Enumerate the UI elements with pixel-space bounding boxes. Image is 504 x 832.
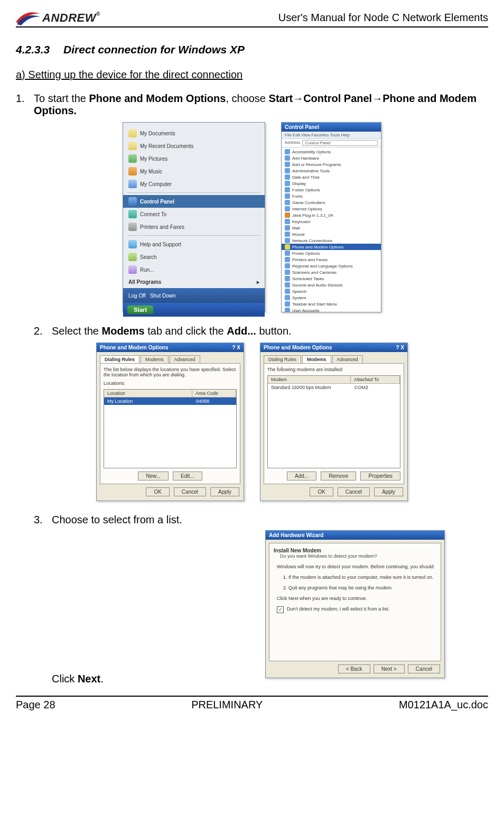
item-icon [285,289,290,294]
dialog-titlebar: Phone and Modem Options ? X [260,343,407,352]
list-item[interactable]: Mouse [282,231,381,237]
list-item[interactable]: Sounds and Audio Devices [282,282,381,288]
logoff-button[interactable]: Log Off [128,293,146,299]
item-icon [285,225,290,230]
list-item[interactable]: Date and Time [282,174,381,180]
properties-button[interactable]: Properties [360,472,400,480]
item-icon [285,206,290,211]
tab-dialing-rules[interactable]: Dialing Rules [264,355,301,363]
tab-modems[interactable]: Modems [302,355,331,363]
item-icon [285,276,290,281]
step-1-number: 1. [16,93,34,117]
control-panel-icon [128,197,137,206]
shutdown-button[interactable]: Shut Down [150,293,176,299]
list-item[interactable]: Scheduled Tasks [282,275,381,282]
item-icon [285,308,290,312]
start-button[interactable]: Start [127,306,153,314]
item-icon [285,270,290,275]
item-icon [285,232,290,237]
cancel-button[interactable]: Cancel [408,664,440,673]
list-item[interactable]: Administrative Tools [282,168,381,174]
startmenu-item[interactable]: Search [123,251,265,263]
tab-advanced[interactable]: Advanced [170,355,200,363]
step-3-number: 3. [34,514,52,526]
list-item[interactable]: Add Hardware [282,155,381,161]
ok-button[interactable]: OK [146,487,169,496]
dialog-help-text: The following modems are installed: [267,367,400,372]
list-item[interactable]: Speech [282,288,381,294]
address-bar[interactable]: Address Control Panel [282,139,381,147]
apply-button[interactable]: Apply [374,487,403,496]
list-item[interactable]: Network Connections [282,237,381,244]
startmenu-item[interactable]: Printers and Faxes [123,220,265,233]
add-button[interactable]: Add... [287,472,316,480]
list-item[interactable]: User Accounts [282,307,381,312]
list-item[interactable]: Internet Options [282,206,381,212]
subsection-a: a) Setting up the device for the direct … [16,69,488,81]
wizard-text: 1. If the modem is attached to your comp… [283,575,436,580]
list-item[interactable]: Keyboard [282,218,381,225]
footer-page: Page 28 [16,699,55,711]
startmenu-item[interactable]: Connect To [123,208,265,220]
tab-advanced[interactable]: Advanced [332,355,363,363]
list-item[interactable]: Printers and Faxes [282,256,381,263]
list-item[interactable]: Power Options [282,250,381,256]
computer-icon [128,180,137,188]
list-item[interactable]: Folder Options [282,187,381,193]
list-row-selected[interactable]: My Location04058 [104,397,236,405]
list-item[interactable]: Java Plug-in 1.3.1_04 [282,212,381,218]
item-icon [285,168,290,173]
startmenu-item[interactable]: My Documents [123,127,265,140]
chevron-right-icon: ▸ [257,279,259,285]
figure-row-1: My Documents My Recent Documents My Pict… [16,122,488,312]
tab-modems[interactable]: Modems [141,355,169,363]
search-icon [128,253,137,261]
list-item[interactable]: Display [282,180,381,187]
next-button[interactable]: Next > [374,664,405,673]
step-3: 3. Choose to select from a list. [34,514,488,526]
item-icon [285,251,290,256]
printer-icon [128,223,137,231]
control-panel-list: Accessibility Options Add Hardware Add o… [282,147,381,312]
ok-button[interactable]: OK [310,487,333,496]
startmenu-item[interactable]: My Music [123,165,265,178]
apply-button[interactable]: Apply [210,487,239,496]
tab-dialing-rules[interactable]: Dialing Rules [100,355,139,363]
close-icon[interactable]: ? X [396,345,404,350]
back-button[interactable]: < Back [338,664,370,673]
modems-list[interactable]: ModemAttached To Standard 19200 bps Mode… [267,375,400,468]
list-item[interactable]: Regional and Language Options [282,263,381,269]
item-icon [285,181,290,186]
close-icon[interactable]: ? X [232,345,240,350]
remove-button[interactable]: Remove [321,472,356,480]
startmenu-all-programs[interactable]: All Programs▸ [123,276,265,288]
step-2-text: Select the Modems tab and click the Add.… [52,325,488,337]
cancel-button[interactable]: Cancel [174,487,206,496]
wizard-checkbox-row[interactable]: ✓ Don't detect my modem; I will select i… [277,606,436,613]
list-item[interactable]: Mail [282,225,381,231]
list-item[interactable]: Game Controllers [282,199,381,206]
page-footer: Page 28 PRELIMINARY M0121A1A_uc.doc [16,696,488,711]
list-item[interactable]: Taskbar and Start Menu [282,301,381,307]
cancel-button[interactable]: Cancel [338,487,370,496]
list-row[interactable]: Standard 19200 bps ModemCOM2 [268,384,400,391]
window-menubar[interactable]: File Edit View Favorites Tools Help [282,132,381,139]
footer-docid: M0121A1A_uc.doc [399,699,488,711]
list-item[interactable]: System [282,294,381,301]
list-item[interactable]: Add or Remove Programs [282,161,381,168]
list-item[interactable]: Accessibility Options [282,149,381,155]
startmenu-item[interactable]: My Recent Documents [123,140,265,152]
doc-title: User's Manual for Node C Network Element… [278,11,488,24]
startmenu-item[interactable]: My Computer [123,178,265,190]
startmenu-item[interactable]: Help and Support [123,238,265,251]
startmenu-item-control-panel[interactable]: Control Panel [123,195,265,208]
startmenu-item[interactable]: My Pictures [123,152,265,165]
list-item[interactable]: Fonts [282,193,381,199]
checkbox-icon[interactable]: ✓ [277,606,284,613]
edit-button[interactable]: Edit... [173,472,202,480]
list-item[interactable]: Scanners and Cameras [282,269,381,275]
locations-list[interactable]: LocationArea Code My Location04058 [104,389,237,468]
list-item-phone-modem[interactable]: Phone and Modem Options [282,244,381,250]
new-button[interactable]: New... [138,472,169,480]
startmenu-item[interactable]: Run... [123,263,265,276]
